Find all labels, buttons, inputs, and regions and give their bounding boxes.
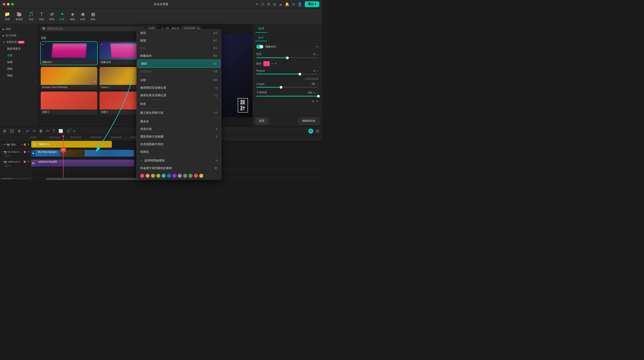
color-dot-gray[interactable]	[183, 174, 187, 178]
toolbar-library[interactable]: 📚 素材庫	[16, 11, 23, 21]
tl-undo-btn[interactable]: ↩	[25, 128, 30, 134]
toolbar-sticker[interactable]: ◉ 貼紙	[80, 11, 85, 21]
tab-effects[interactable]: 效果	[255, 25, 268, 33]
color-chevron-icon[interactable]: ▾	[272, 62, 273, 65]
toolbar-title[interactable]: T 標題	[39, 12, 44, 21]
desktop-icon[interactable]: 🖥	[267, 2, 270, 6]
color-swatch[interactable]	[264, 61, 270, 66]
maximize-button[interactable]	[11, 3, 14, 5]
close-button[interactable]	[3, 3, 5, 5]
track-mute-2[interactable]: 🔇	[23, 151, 26, 154]
export-button[interactable]: 導出 ▾	[305, 1, 319, 7]
speed-keyframe-icon[interactable]: ◇	[317, 53, 318, 56]
color-dot-lavender[interactable]	[178, 174, 182, 178]
opacity-keyframe-icon[interactable]: ◇	[317, 92, 318, 94]
tl-crop-btn[interactable]: ⬜	[58, 128, 64, 134]
repeat-keyframe-icon[interactable]: ◇	[317, 70, 318, 72]
tl-text-btn[interactable]: T	[52, 129, 56, 134]
toolbar-effects[interactable]: ✦ 效果	[60, 11, 64, 21]
track-visible-3[interactable]: 👁	[27, 143, 30, 146]
bell-icon[interactable]: 🔔	[285, 2, 289, 6]
ctx-select-same-color[interactable]: 快速選中相同顏色的素材 ⌘'	[137, 164, 221, 172]
ctx-cut[interactable]: 剪切 ⌘X	[137, 29, 221, 37]
track-mute-3[interactable]: 🔇	[23, 143, 26, 146]
length-keyframe-icon[interactable]: ◇	[317, 83, 318, 85]
color-picker-icon[interactable]: ✏	[274, 62, 277, 65]
sidebar-section-body-effects[interactable]: ▼ 身體效果 NEW	[0, 39, 38, 45]
color-dot-purple[interactable]	[172, 174, 176, 178]
settings-icon[interactable]: ⚙	[316, 100, 318, 103]
color-dot-olive[interactable]	[156, 174, 160, 178]
edit-icon[interactable]: ✎	[316, 45, 318, 48]
cloud-icon[interactable]: ☁	[278, 2, 282, 6]
ctx-find-in-panel[interactable]: 在資源面板中找到	[137, 141, 221, 148]
tl-ai-btn[interactable]: ◷AI	[66, 128, 71, 134]
keyframe-panel-button[interactable]: 關鍵幀面板	[298, 118, 319, 124]
ctx-split[interactable]: 分割 ⌘B	[137, 76, 221, 84]
ctx-duplicate[interactable]: 創建副本 ⌘D	[137, 52, 221, 60]
ctx-rename[interactable]: 重命名	[137, 118, 221, 125]
avatar-icon[interactable]: 👤	[298, 2, 302, 6]
ctx-disable[interactable]: 停用片段 E	[137, 125, 221, 133]
track-mute-1[interactable]: 🔇	[23, 160, 26, 163]
send-icon[interactable]: ✈	[256, 2, 258, 6]
ctx-find-similar[interactable]: 找相似	[137, 148, 221, 156]
tl-more-btn[interactable]: »	[72, 129, 76, 134]
subtab-video[interactable]: 影片	[255, 35, 267, 41]
reset-button[interactable]: 重置	[255, 118, 268, 124]
ctx-snapping[interactable]: ✓ 啟用時間線吸附 N	[137, 157, 221, 164]
tl-loop-btn[interactable]: ↻	[308, 129, 313, 134]
sidebar-item-outline[interactable]: 描邊	[1, 59, 37, 65]
ctx-duration[interactable]: 時長	[137, 100, 221, 108]
video-clip-1[interactable]: ▶ My Video-highlight	[31, 150, 134, 157]
speed-slider[interactable]	[256, 57, 318, 58]
track-visible-1[interactable]: 👁	[27, 160, 30, 163]
ctx-trim-end[interactable]: 修剪結尾至游標位置 ⌥]	[137, 92, 221, 99]
effect-clip-1[interactable]: ♥ 殘像光01 ♥	[31, 141, 112, 148]
media-icon[interactable]: ⊡	[261, 2, 264, 6]
tl-grid-btn[interactable]: ⊞	[2, 128, 7, 134]
track-visible-2[interactable]: 👁	[27, 151, 30, 154]
length-slider[interactable]	[256, 87, 318, 88]
search-input[interactable]	[47, 27, 144, 30]
sidebar-section-mine[interactable]: ▶ 我的	[0, 26, 38, 32]
tl-magnet-btn[interactable]: ⬛	[9, 128, 15, 134]
tl-layout-btn[interactable]: ⊟	[315, 128, 320, 134]
layer-icon[interactable]: ⊞	[312, 100, 314, 103]
sidebar-item-surround[interactable]: 環繞	[1, 66, 37, 72]
layout-icon[interactable]: ⊟	[292, 2, 295, 6]
tl-redo-btn[interactable]: ↪	[32, 128, 36, 134]
collapse-sidebar-button[interactable]: ‹	[35, 80, 36, 84]
effect-card-3[interactable]: ♥ ⬇ Human Clone Shinning	[41, 67, 97, 89]
tl-add-btn[interactable]: ⊕	[17, 128, 22, 134]
ctx-select-range[interactable]: 選取剪輯片段範圍 X	[137, 133, 221, 141]
color-dot-amber[interactable]	[199, 174, 203, 178]
color-dot-green[interactable]	[188, 174, 192, 178]
sidebar-item-emotion[interactable]: 情緒	[1, 72, 37, 79]
grid-icon[interactable]: ⊞	[273, 2, 276, 6]
toolbar-audio[interactable]: 🎵 音頻	[28, 11, 34, 21]
toolbar-transition[interactable]: ⇄ 轉場	[50, 11, 54, 21]
sidebar-item-face-mosaic[interactable]: 臉部馬賽克	[1, 45, 37, 52]
ctx-delete[interactable]: 刪除 ⌫	[138, 60, 220, 68]
sidebar-item-clone[interactable]: 克隆	[1, 52, 37, 59]
tl-split-btn[interactable]: ✂	[46, 128, 50, 134]
color-dot-red[interactable]	[140, 174, 144, 178]
color-dot-orange[interactable]	[146, 174, 150, 178]
ctx-trim-start[interactable]: 修剪開頭至游標位置 ⌥[	[137, 84, 221, 92]
toolbar-media[interactable]: 📁 媒體	[4, 11, 10, 21]
effect-card-1[interactable]: ♥ 殘像光01	[41, 42, 97, 65]
toolbar-template[interactable]: ▦ 模板	[90, 11, 96, 21]
tl-delete-btn[interactable]: 🗑	[38, 129, 44, 134]
toolbar-filter[interactable]: ◈ 濾鏡	[70, 11, 75, 21]
video-clip-2[interactable]: ▶ wallhaven-9mg388	[31, 160, 134, 166]
color-dot-teal[interactable]	[162, 174, 166, 178]
minimize-button[interactable]	[7, 3, 10, 5]
repeat-slider[interactable]	[256, 74, 318, 74]
sidebar-section-video-effects[interactable]: ▶ 影片效果	[0, 32, 38, 39]
color-dot-crimson[interactable]	[194, 174, 198, 178]
ctx-compound[interactable]: 建立複合剪輯片段 ⌥G	[137, 109, 221, 117]
effect-card-5[interactable]: ♥ 克隆 5	[41, 92, 97, 115]
opacity-slider[interactable]	[256, 96, 318, 96]
ctx-copy[interactable]: 複製 ⌘C	[137, 37, 221, 44]
